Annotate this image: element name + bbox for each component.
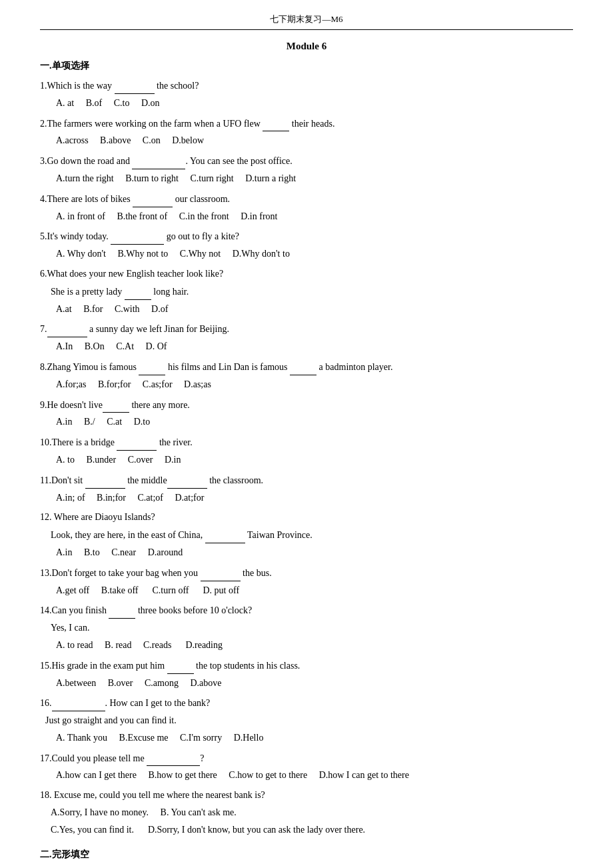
q5-stem: 5.It's windy today. go out to fly a kite… bbox=[40, 228, 573, 245]
q11-blank1 bbox=[85, 472, 125, 489]
q3-stem: 3.Go down the road and . You can see the… bbox=[40, 153, 573, 169]
question-3: 3.Go down the road and . You can see the… bbox=[40, 153, 573, 187]
q13-blank bbox=[201, 565, 241, 581]
q4-stem: 4.There are lots of bikes our classroom. bbox=[40, 191, 573, 207]
q17-stem: 17.Could you please tell me ? bbox=[40, 750, 573, 767]
q1-options: A. at B.of C.to D.on bbox=[40, 95, 573, 111]
q11-options: A.in; of B.in;for C.at;of D.at;for bbox=[40, 490, 573, 506]
q11-stem: 11.Don't sit the middle the classroom. bbox=[40, 472, 573, 489]
q12-options: A.in B.to C.near D.around bbox=[40, 545, 573, 561]
q16-options: A. Thank you B.Excuse me C.I'm sorry D.H… bbox=[40, 730, 573, 746]
q1-blank bbox=[115, 77, 155, 94]
q12-stem: 12. Where are Diaoyu Islands? bbox=[40, 509, 573, 525]
q16-sub-stem: Just go straight and you can find it. bbox=[40, 713, 573, 729]
question-11: 11.Don't sit the middle the classroom. A… bbox=[40, 472, 573, 506]
q5-blank bbox=[111, 228, 164, 245]
question-12: 12. Where are Diaoyu Islands? Look, they… bbox=[40, 509, 573, 560]
q5-options: A. Why don't B.Why not to C.Why not D.Wh… bbox=[40, 246, 573, 262]
question-10: 10.There is a bridge the river. A. to B.… bbox=[40, 434, 573, 468]
q12-blank bbox=[205, 527, 245, 543]
q7-options: A.In B.On C.At D. Of bbox=[40, 339, 573, 355]
q7-stem: 7. a sunny day we left Jinan for Beijing… bbox=[40, 321, 573, 337]
q11-blank2 bbox=[167, 472, 207, 489]
q6-options: A.at B.for C.with D.of bbox=[40, 301, 573, 317]
q17-options: A.how can I get there B.how to get there… bbox=[40, 767, 573, 783]
q10-blank bbox=[117, 434, 157, 451]
q16-blank bbox=[52, 695, 105, 711]
q13-stem: 13.Don't forget to take your bag when yo… bbox=[40, 565, 573, 581]
q7-blank bbox=[47, 321, 87, 337]
q2-stem: 2.The farmers were working on the farm w… bbox=[40, 115, 573, 132]
q12-sub-stem: Look, they are here, in the east of Chin… bbox=[40, 527, 573, 543]
q18-options-ab: A.Sorry, I have no money. B. You can't a… bbox=[40, 805, 573, 821]
q6-blank bbox=[125, 283, 151, 300]
q15-options: A.between B.over C.among D.above bbox=[40, 675, 573, 691]
q8-blank2 bbox=[290, 359, 316, 375]
question-15: 15.His grade in the exam put him the top… bbox=[40, 657, 573, 691]
q4-blank bbox=[133, 191, 173, 207]
q18-stem: 18. Excuse me, could you tell me where t… bbox=[40, 787, 573, 803]
q17-blank bbox=[147, 750, 200, 767]
section1-title: 一.单项选择 bbox=[40, 60, 573, 72]
question-6: 6.What does your new English teacher loo… bbox=[40, 266, 573, 317]
q9-options: A.in B./ C.at D.to bbox=[40, 414, 573, 430]
question-9: 9.He doesn't live there any more. A.in B… bbox=[40, 397, 573, 431]
q3-options: A.turn the right B.turn to right C.turn … bbox=[40, 171, 573, 187]
q1-stem: 1.Which is the way the school? bbox=[40, 77, 573, 94]
q14-options: A. to read B. read C.reads D.reading bbox=[40, 637, 573, 653]
q14-blank bbox=[109, 602, 135, 619]
question-17: 17.Could you please tell me ? A.how can … bbox=[40, 750, 573, 784]
question-7: 7. a sunny day we left Jinan for Beijing… bbox=[40, 321, 573, 355]
q13-options: A.get off B.take off C.turn off D. put o… bbox=[40, 583, 573, 599]
q18-options-cd: C.Yes, you can find it. D.Sorry, I don't… bbox=[40, 822, 573, 838]
q4-options: A. in front of B.the front of C.in the f… bbox=[40, 209, 573, 225]
question-14: 14.Can you finish three books before 10 … bbox=[40, 602, 573, 653]
question-18: 18. Excuse me, could you tell me where t… bbox=[40, 787, 573, 837]
q16-stem: 16. . How can I get to the bank? bbox=[40, 695, 573, 711]
question-2: 2.The farmers were working on the farm w… bbox=[40, 115, 573, 149]
q6-sub-stem: She is a pretty lady long hair. bbox=[40, 283, 573, 300]
q2-options: A.across B.above C.on D.below bbox=[40, 133, 573, 149]
q3-blank bbox=[132, 153, 185, 169]
q8-stem: 8.Zhang Yimou is famous his films and Li… bbox=[40, 359, 573, 375]
question-8: 8.Zhang Yimou is famous his films and Li… bbox=[40, 359, 573, 393]
q10-options: A. to B.under C.over D.in bbox=[40, 452, 573, 468]
section2-title: 二.完形填空 bbox=[40, 849, 573, 861]
q9-blank bbox=[103, 397, 129, 413]
question-16: 16. . How can I get to the bank? Just go… bbox=[40, 695, 573, 745]
q14-stem: 14.Can you finish three books before 10 … bbox=[40, 602, 573, 619]
q15-stem: 15.His grade in the exam put him the top… bbox=[40, 657, 573, 674]
module-title: Module 6 bbox=[40, 41, 573, 52]
question-5: 5.It's windy today. go out to fly a kite… bbox=[40, 228, 573, 262]
q8-blank1 bbox=[139, 359, 165, 375]
question-1: 1.Which is the way the school? A. at B.o… bbox=[40, 77, 573, 111]
question-4: 4.There are lots of bikes our classroom.… bbox=[40, 191, 573, 225]
page-header: 七下期末复习—M6 bbox=[40, 13, 573, 30]
q10-stem: 10.There is a bridge the river. bbox=[40, 434, 573, 451]
question-13: 13.Don't forget to take your bag when yo… bbox=[40, 565, 573, 599]
q2-blank bbox=[263, 115, 289, 132]
q6-stem: 6.What does your new English teacher loo… bbox=[40, 266, 573, 282]
q9-stem: 9.He doesn't live there any more. bbox=[40, 397, 573, 413]
q14-sub-stem: Yes, I can. bbox=[40, 620, 573, 636]
q8-options: A.for;as B.for;for C.as;for D.as;as bbox=[40, 377, 573, 393]
header-title: 七下期末复习—M6 bbox=[270, 14, 342, 24]
q15-blank bbox=[167, 657, 194, 674]
